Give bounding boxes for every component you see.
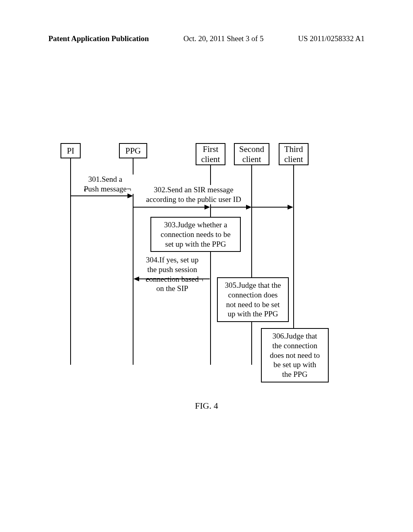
actor-third-client-label-1: Third [284, 144, 303, 154]
page-header: Patent Application Publication Oct. 20, … [0, 0, 413, 43]
note-305-line4: up with the PPG [227, 310, 278, 318]
note-305: 305.Judge that the connection does not n… [217, 277, 289, 322]
lifeline-pi [70, 158, 71, 365]
brace-icon: ⌐ [84, 184, 88, 194]
note-303-line3: set up with the PPG [165, 240, 226, 248]
arrow-304 [139, 278, 210, 279]
note-306-line2: the connection [272, 341, 317, 350]
arrow-head-301 [127, 193, 133, 198]
message-301-line1: 301.Send a [88, 175, 122, 183]
message-304-line1: 304.If yes, set up [146, 256, 198, 264]
lifeline-second-client [251, 165, 252, 365]
note-305-line3: not need to be set [226, 300, 280, 309]
note-306-line4: be set up with [273, 360, 316, 369]
header-center: Oct. 20, 2011 Sheet 3 of 5 [184, 34, 264, 43]
arrow-302b [211, 207, 247, 208]
arrow-302c [252, 207, 288, 208]
message-302: 302.Send an SIR message according to the… [137, 185, 250, 204]
note-306-line5: the PPG [282, 370, 308, 378]
message-301: 301.Send a ⌐Push message¬ [77, 175, 134, 194]
actor-ppg: PPG [119, 143, 147, 158]
note-306-line3: does not need to [270, 351, 320, 360]
note-305-line2: connection does [228, 291, 278, 299]
actor-second-client: Second client [234, 143, 269, 165]
actor-third-client-label-2: client [284, 154, 303, 164]
header-right: US 2011/0258332 A1 [298, 34, 365, 43]
figure-caption: FIG. 4 [0, 401, 413, 411]
arrow-head-302a [204, 205, 210, 210]
brace-icon: ¬ [127, 184, 131, 194]
message-304-line2: the push session [147, 265, 197, 274]
arrow-head-302c [288, 205, 293, 210]
note-306: 306.Judge that the connection does not n… [261, 328, 329, 382]
actor-first-client-label-2: client [201, 154, 220, 164]
actor-pi: PI [60, 143, 81, 158]
message-304: 304.If yes, set up the push session ⌐con… [136, 255, 208, 293]
actor-second-client-label-2: client [242, 154, 261, 164]
message-304-line4: on the SIP [156, 284, 188, 293]
arrow-head-304 [133, 276, 139, 281]
actor-pi-label: PI [67, 146, 75, 156]
actor-first-client: First client [196, 143, 225, 165]
actor-ppg-label: PPG [125, 146, 141, 156]
note-306-line1: 306.Judge that [273, 332, 317, 340]
note-303: 303.Judge whether a connection needs to … [150, 217, 241, 252]
brace-icon: ¬ [199, 274, 203, 285]
sequence-diagram: PI PPG First client Second client Third … [60, 143, 355, 393]
actor-second-client-label-1: Second [239, 144, 264, 154]
actor-third-client: Third client [279, 143, 309, 165]
arrow-head-302b [246, 205, 252, 210]
note-305-line1: 305.Judge that the [225, 281, 281, 289]
note-303-line1: 303.Judge whether a [164, 220, 227, 229]
message-301-line2: Push message [84, 185, 127, 193]
brace-icon: ⌐ [146, 274, 150, 285]
actor-first-client-label-1: First [203, 144, 219, 154]
header-left: Patent Application Publication [48, 34, 149, 43]
message-302-line1: 302.Send an SIR message [154, 185, 233, 194]
arrow-302a [133, 207, 205, 208]
arrow-301 [71, 195, 127, 196]
note-303-line2: connection needs to be [161, 230, 231, 239]
message-302-line2: according to the public user ID [146, 195, 241, 204]
